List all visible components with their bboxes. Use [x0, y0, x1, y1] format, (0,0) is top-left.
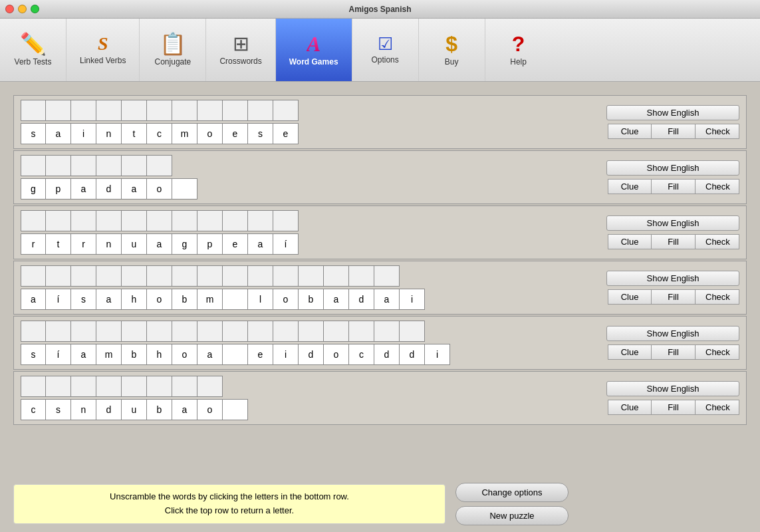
top-cell-1-0[interactable]: [21, 100, 46, 121]
bottom-cell-4-4[interactable]: h: [122, 289, 147, 310]
bottom-cell-3-0[interactable]: r: [21, 233, 46, 255]
top-cell-4-13[interactable]: [349, 265, 374, 287]
top-cell-5-7[interactable]: [197, 321, 223, 342]
bottom-cell-4-12[interactable]: a: [324, 289, 349, 310]
bottom-cell-5-5[interactable]: h: [147, 344, 172, 365]
top-cell-4-6[interactable]: [172, 265, 197, 287]
top-cell-3-7[interactable]: [197, 210, 223, 231]
clue-button-2[interactable]: Clue: [608, 179, 652, 194]
bottom-cell-4-6[interactable]: b: [172, 289, 197, 310]
top-cell-3-2[interactable]: [71, 210, 96, 231]
top-cell-2-1[interactable]: [46, 155, 71, 176]
bottom-cell-4-11[interactable]: b: [299, 289, 324, 310]
top-cell-5-10[interactable]: [273, 321, 299, 342]
close-button[interactable]: [5, 5, 14, 13]
bottom-cell-4-2[interactable]: s: [71, 289, 96, 310]
top-cell-5-1[interactable]: [46, 321, 71, 342]
fill-button-1[interactable]: Fill: [652, 124, 696, 139]
top-cell-5-0[interactable]: [21, 321, 46, 342]
bottom-cell-3-6[interactable]: g: [172, 233, 197, 255]
top-cell-4-10[interactable]: [273, 265, 299, 287]
check-button-5[interactable]: Check: [696, 344, 739, 360]
top-cell-4-2[interactable]: [71, 265, 96, 287]
bottom-cell-2-5[interactable]: o: [147, 178, 172, 200]
top-cell-1-6[interactable]: [172, 100, 197, 121]
clue-button-4[interactable]: Clue: [608, 289, 652, 305]
top-cell-2-4[interactable]: [122, 155, 147, 176]
bottom-cell-1-10[interactable]: e: [273, 123, 299, 144]
top-cell-6-5[interactable]: [147, 376, 172, 397]
show-english-button-6[interactable]: Show English: [606, 381, 739, 396]
top-cell-3-10[interactable]: [273, 210, 299, 231]
bottom-cell-5-8[interactable]: [223, 344, 248, 365]
fill-button-3[interactable]: Fill: [652, 234, 696, 249]
bottom-cell-5-13[interactable]: c: [349, 344, 374, 365]
toolbar-item-verb-tests[interactable]: ✏️ Verb Tests: [0, 19, 66, 81]
bottom-cell-3-7[interactable]: p: [197, 233, 223, 255]
top-cell-3-4[interactable]: [122, 210, 147, 231]
top-cell-5-14[interactable]: [374, 321, 400, 342]
bottom-cell-6-0[interactable]: c: [21, 399, 46, 420]
bottom-cell-4-8[interactable]: [223, 289, 248, 310]
bottom-cell-5-9[interactable]: e: [248, 344, 273, 365]
change-options-button[interactable]: Change options: [455, 483, 569, 502]
top-cell-3-3[interactable]: [96, 210, 122, 231]
bottom-cell-2-4[interactable]: a: [122, 178, 147, 200]
toolbar-item-help[interactable]: ? Help: [485, 19, 552, 81]
top-cell-6-4[interactable]: [122, 376, 147, 397]
bottom-cell-5-2[interactable]: a: [71, 344, 96, 365]
top-cell-4-0[interactable]: [21, 265, 46, 287]
bottom-cell-6-4[interactable]: u: [122, 399, 147, 420]
top-cell-4-4[interactable]: [122, 265, 147, 287]
top-cell-1-2[interactable]: [71, 100, 96, 121]
maximize-button[interactable]: [31, 5, 39, 13]
bottom-cell-5-16[interactable]: i: [425, 344, 450, 365]
top-cell-4-8[interactable]: [223, 265, 248, 287]
fill-button-2[interactable]: Fill: [652, 179, 696, 194]
top-cell-3-5[interactable]: [147, 210, 172, 231]
bottom-cell-4-5[interactable]: o: [147, 289, 172, 310]
bottom-cell-4-13[interactable]: d: [349, 289, 374, 310]
bottom-cell-6-5[interactable]: b: [147, 399, 172, 420]
bottom-cell-6-7[interactable]: o: [197, 399, 223, 420]
top-cell-2-0[interactable]: [21, 155, 46, 176]
minimize-button[interactable]: [18, 5, 27, 13]
top-cell-3-8[interactable]: [223, 210, 248, 231]
bottom-cell-1-4[interactable]: t: [122, 123, 147, 144]
bottom-cell-1-0[interactable]: s: [21, 123, 46, 144]
bottom-cell-4-9[interactable]: l: [248, 289, 273, 310]
bottom-cell-4-10[interactable]: o: [273, 289, 299, 310]
show-english-button-4[interactable]: Show English: [606, 271, 739, 286]
check-button-4[interactable]: Check: [696, 289, 739, 305]
toolbar-item-buy[interactable]: $ Buy: [419, 19, 485, 81]
bottom-cell-4-1[interactable]: í: [46, 289, 71, 310]
top-cell-2-5[interactable]: [147, 155, 172, 176]
bottom-cell-2-2[interactable]: a: [71, 178, 96, 200]
bottom-cell-1-1[interactable]: a: [46, 123, 71, 144]
top-cell-4-11[interactable]: [299, 265, 324, 287]
show-english-button-3[interactable]: Show English: [606, 215, 739, 231]
show-english-button-2[interactable]: Show English: [606, 160, 739, 176]
bottom-cell-5-14[interactable]: d: [374, 344, 400, 365]
bottom-cell-6-6[interactable]: a: [172, 399, 197, 420]
top-cell-1-5[interactable]: [147, 100, 172, 121]
show-english-button-1[interactable]: Show English: [606, 105, 739, 120]
bottom-cell-3-5[interactable]: a: [147, 233, 172, 255]
bottom-cell-3-4[interactable]: u: [122, 233, 147, 255]
bottom-cell-4-14[interactable]: a: [374, 289, 400, 310]
top-cell-1-4[interactable]: [122, 100, 147, 121]
bottom-cell-2-6[interactable]: [172, 178, 197, 200]
window-controls[interactable]: [5, 5, 39, 13]
bottom-cell-1-5[interactable]: c: [147, 123, 172, 144]
top-cell-3-6[interactable]: [172, 210, 197, 231]
bottom-cell-5-12[interactable]: o: [324, 344, 349, 365]
bottom-cell-1-2[interactable]: i: [71, 123, 96, 144]
fill-button-4[interactable]: Fill: [652, 289, 696, 305]
bottom-cell-5-6[interactable]: o: [172, 344, 197, 365]
bottom-cell-6-1[interactable]: s: [46, 399, 71, 420]
clue-button-5[interactable]: Clue: [608, 344, 652, 360]
top-cell-5-2[interactable]: [71, 321, 96, 342]
bottom-cell-5-10[interactable]: i: [273, 344, 299, 365]
top-cell-5-3[interactable]: [96, 321, 122, 342]
toolbar-item-word-games[interactable]: A Word Games: [276, 19, 352, 81]
